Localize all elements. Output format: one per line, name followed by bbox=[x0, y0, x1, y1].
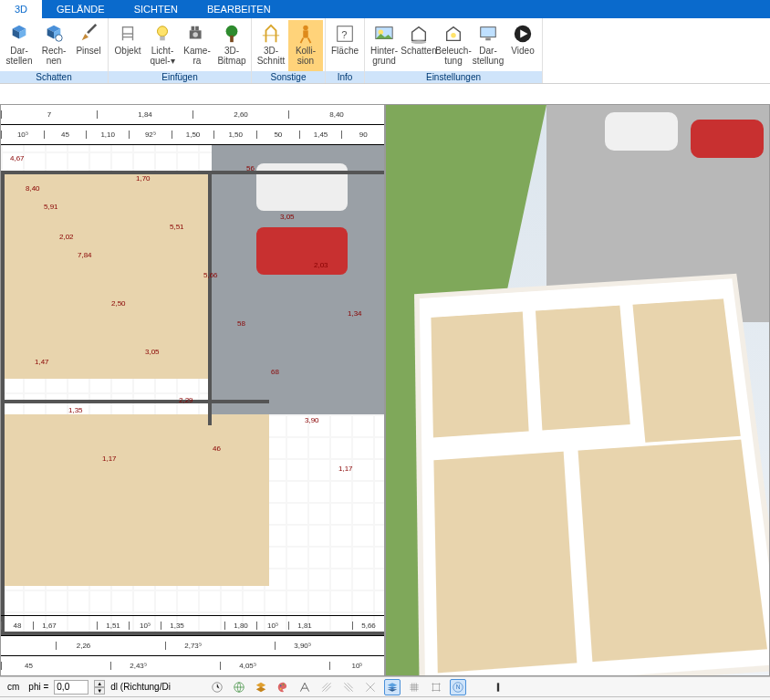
car-red-3d bbox=[691, 120, 764, 158]
plan-dimension: 2,29 bbox=[179, 396, 193, 404]
phi-up[interactable]: ▲ bbox=[94, 680, 105, 687]
svg-rect-18 bbox=[481, 27, 496, 37]
plan-dimension: 5,51 bbox=[170, 223, 184, 231]
house-3d bbox=[414, 274, 770, 676]
tool-darstellung[interactable]: Dar-stellung bbox=[471, 20, 505, 71]
phi-down[interactable]: ▼ bbox=[94, 687, 105, 695]
camera-icon bbox=[185, 23, 209, 45]
plan-dimension: 5,66 bbox=[203, 271, 218, 279]
dimension-label: 92⁵ bbox=[129, 131, 172, 139]
plan-dimension: 58 bbox=[237, 319, 245, 328]
person-collision-icon bbox=[294, 23, 317, 45]
tool-beleuchtung[interactable]: Beleuch-tung bbox=[436, 20, 471, 71]
tool-hintergrund[interactable]: Hinter-grund bbox=[367, 20, 401, 71]
dimension-label: 2,43⁵ bbox=[110, 662, 165, 670]
dimension-label: 1,51 bbox=[97, 622, 129, 630]
tool-darstellen[interactable]: Dar-stellen bbox=[2, 20, 36, 71]
plan-dimension: 56 bbox=[246, 164, 255, 172]
clock-icon[interactable] bbox=[209, 679, 225, 695]
hatch2-icon[interactable] bbox=[340, 679, 357, 695]
grid1-icon[interactable] bbox=[406, 679, 422, 695]
plan-body: 4,675,917,842,503,052,2946563,052,031,34… bbox=[1, 145, 384, 635]
hatch3-icon[interactable] bbox=[362, 679, 379, 695]
layers-icon[interactable] bbox=[253, 679, 269, 695]
grid2-icon[interactable] bbox=[428, 679, 444, 695]
dimension-label: 4,05⁵ bbox=[220, 662, 275, 670]
svg-point-17 bbox=[451, 33, 456, 38]
dimension-label: 50 bbox=[256, 131, 299, 139]
area-info-icon: ? bbox=[333, 23, 357, 45]
tool-video[interactable]: Video bbox=[505, 20, 540, 71]
section-icon bbox=[259, 23, 283, 45]
tool-schatten[interactable]: Schatten bbox=[401, 20, 436, 71]
plan-dims-bot-3: 452,43⁵4,05⁵10⁵ bbox=[1, 655, 384, 675]
play-icon bbox=[511, 23, 535, 45]
tab-gelaende[interactable]: GELÄNDE bbox=[42, 0, 120, 18]
svg-rect-1 bbox=[123, 27, 133, 34]
tool-kollision[interactable]: Kolli-sion bbox=[288, 20, 323, 71]
phi-label: phi = bbox=[28, 682, 48, 692]
plan-dimension: 7,84 bbox=[78, 251, 92, 259]
aframe-icon[interactable] bbox=[297, 679, 313, 695]
svg-point-23 bbox=[280, 684, 282, 686]
svg-rect-5 bbox=[192, 26, 195, 31]
svg-point-10 bbox=[303, 26, 308, 30]
svg-point-7 bbox=[192, 32, 198, 37]
tool-flaeche[interactable]: ? Fläche bbox=[328, 20, 362, 71]
workspace: 71,842,608,40 10⁵451,1092⁵1,501,50501,45… bbox=[0, 104, 770, 676]
plan-dimension: 3,05 bbox=[280, 213, 295, 221]
plan-dimension: 1,70 bbox=[136, 174, 151, 183]
tab-3d[interactable]: 3D bbox=[0, 0, 42, 18]
dimension-label: 10⁵ bbox=[256, 622, 288, 630]
group-einfuegen: Objekt Licht-quel-▾ Kame-ra 3D-Bitmap Ei… bbox=[109, 18, 252, 83]
background-icon bbox=[372, 23, 396, 45]
plan-garage bbox=[212, 145, 384, 414]
stack-icon[interactable] bbox=[384, 679, 401, 695]
dimension-label: 48 bbox=[1, 622, 33, 630]
dimension-label: 1,84 bbox=[97, 110, 192, 119]
view-3d[interactable] bbox=[385, 104, 770, 676]
tool-pinsel[interactable]: Pinsel bbox=[71, 20, 106, 71]
ribbon-toolbar: Dar-stellen Rech-nen Pinsel Schatten Obj… bbox=[0, 18, 770, 84]
svg-point-24 bbox=[283, 684, 285, 685]
plan-dimension: 4,67 bbox=[10, 154, 25, 162]
svg-rect-9 bbox=[230, 36, 234, 42]
tool-objekt[interactable]: Objekt bbox=[110, 20, 145, 71]
plan-dimension: 3,90 bbox=[305, 416, 319, 424]
tab-bearbeiten[interactable]: BEARBEITEN bbox=[192, 0, 286, 18]
dimension-label: 5,66 bbox=[352, 622, 384, 630]
phi-spinner[interactable]: ▲ ▼ bbox=[94, 680, 105, 695]
view-2d-plan[interactable]: 71,842,608,40 10⁵451,1092⁵1,501,50501,45… bbox=[0, 104, 385, 676]
tab-sichten[interactable]: SICHTEN bbox=[120, 0, 192, 18]
brush-icon bbox=[77, 23, 100, 45]
plan-dimension: 46 bbox=[213, 444, 221, 453]
tool-lichtquelle[interactable]: Licht-quel-▾ bbox=[145, 20, 180, 71]
plan-dimension: 8,40 bbox=[26, 184, 40, 193]
tool-3d-schnitt[interactable]: 3D-Schnitt bbox=[254, 20, 288, 71]
phi-input[interactable] bbox=[54, 680, 88, 695]
hatch1-icon[interactable] bbox=[318, 679, 335, 695]
globe-icon[interactable] bbox=[231, 679, 247, 695]
palette-icon[interactable] bbox=[275, 679, 291, 695]
dimension-label: 1,45 bbox=[299, 131, 342, 139]
svg-rect-11 bbox=[303, 30, 308, 37]
cube-shadow-icon bbox=[7, 23, 31, 45]
plan-dimension: 3,05 bbox=[145, 348, 160, 356]
dimension-label: 10⁵ bbox=[129, 622, 161, 630]
plan-dimension: 2,50 bbox=[111, 299, 126, 308]
dimension-label: 2,26 bbox=[56, 642, 110, 650]
dimension-label: 1,50 bbox=[172, 131, 214, 139]
dimension-label: 1,80 bbox=[224, 622, 256, 630]
tree-icon bbox=[220, 23, 244, 45]
tool-3d-bitmap[interactable]: 3D-Bitmap bbox=[214, 20, 249, 71]
lightbulb-icon bbox=[151, 23, 174, 45]
dimension-label: 10⁵ bbox=[329, 662, 384, 670]
group-label-einstellungen: Einstellungen bbox=[365, 71, 542, 83]
plan-dims-bot-2: 2,262,73⁵3,90⁵ bbox=[1, 635, 384, 655]
north-icon[interactable]: N bbox=[450, 679, 466, 695]
tool-rechnen[interactable]: Rech-nen bbox=[36, 20, 71, 71]
svg-point-8 bbox=[226, 26, 238, 37]
dimension-label: 1,81 bbox=[288, 622, 320, 630]
handle-icon[interactable] bbox=[490, 679, 506, 695]
tool-kamera[interactable]: Kame-ra bbox=[180, 20, 214, 71]
